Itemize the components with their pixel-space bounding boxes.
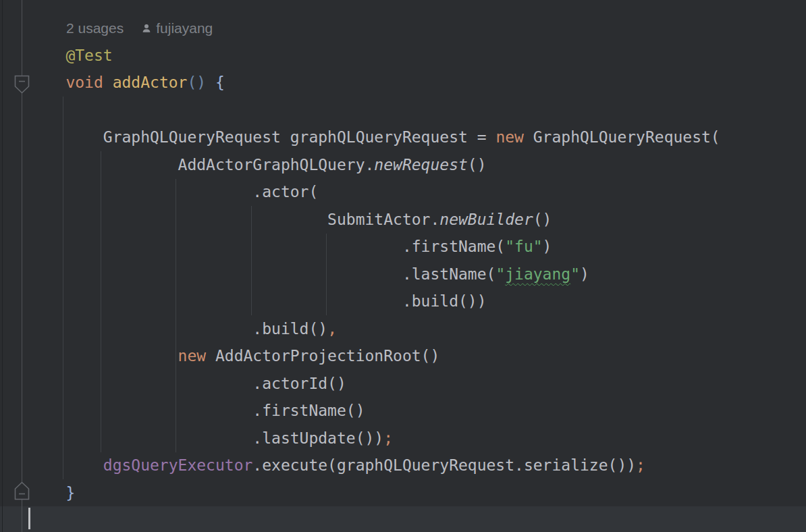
code-token: ) bbox=[580, 265, 589, 283]
code-token: new bbox=[178, 347, 207, 365]
code-token: () bbox=[187, 74, 206, 91]
code-lines: @Test void addActor() { GraphQLQueryRequ… bbox=[28, 14, 720, 532]
indent bbox=[28, 211, 327, 228]
code-token: ; bbox=[383, 429, 393, 447]
code-token: .firstName( bbox=[402, 238, 505, 255]
code-line-15[interactable]: .firstName() bbox=[28, 397, 720, 425]
indent bbox=[28, 156, 178, 174]
code-token: AddActorProjectionRoot() bbox=[206, 347, 439, 365]
code-token: SubmitActor. bbox=[327, 211, 439, 228]
code-token: GraphQLQueryRequest graphQLQueryRequest … bbox=[103, 128, 496, 146]
code-token: newBuilder bbox=[439, 211, 533, 228]
code-line-13[interactable]: new AddActorProjectionRoot() bbox=[28, 342, 720, 370]
code-line-8[interactable]: SubmitActor.newBuilder() bbox=[28, 206, 720, 234]
code-token: } bbox=[65, 484, 75, 502]
code-line-12[interactable]: .build(), bbox=[28, 315, 720, 343]
left-edge-separator bbox=[2, 0, 3, 532]
indent bbox=[28, 429, 252, 447]
indent bbox=[28, 183, 252, 201]
code-line-18[interactable]: } bbox=[28, 479, 720, 507]
indent bbox=[28, 292, 402, 310]
fold-start-marker[interactable] bbox=[14, 75, 30, 94]
code-token: dgsQueryExecutor bbox=[103, 456, 253, 474]
code-line-1[interactable] bbox=[28, 14, 720, 42]
code-token: .lastName( bbox=[402, 265, 495, 283]
code-token: .lastUpdate()) bbox=[252, 429, 383, 447]
indent bbox=[28, 265, 402, 283]
code-token: .execute(graphQLQueryRequest.serialize()… bbox=[252, 456, 636, 474]
code-line-4[interactable] bbox=[28, 97, 720, 124]
code-line-3[interactable]: void addActor() { bbox=[28, 69, 720, 97]
code-editor[interactable]: 2 usages fujiayang @Test void addActor()… bbox=[0, 0, 806, 532]
code-line-16[interactable]: .lastUpdate()); bbox=[28, 425, 720, 452]
code-line-2[interactable]: @Test bbox=[28, 42, 720, 70]
fold-end-marker[interactable] bbox=[14, 481, 30, 500]
code-token: ; bbox=[636, 456, 645, 474]
code-token: @Test bbox=[65, 47, 112, 64]
code-token: () bbox=[533, 211, 552, 228]
code-line-9[interactable]: .firstName("fu") bbox=[28, 233, 720, 261]
code-token: AddActorGraphQLQuery. bbox=[178, 156, 375, 174]
code-token: jiayang bbox=[505, 265, 570, 283]
code-token: .build()) bbox=[402, 292, 487, 310]
code-token: new bbox=[495, 128, 524, 146]
code-token: ) bbox=[543, 238, 552, 255]
code-token: , bbox=[327, 320, 337, 338]
code-token: () bbox=[468, 156, 487, 174]
indent bbox=[28, 320, 252, 338]
indent bbox=[28, 402, 252, 419]
code-token: " bbox=[495, 265, 505, 283]
code-token: .actorId() bbox=[252, 375, 346, 392]
fold-start-shape bbox=[16, 76, 29, 93]
indent bbox=[28, 456, 103, 474]
indent bbox=[28, 347, 178, 365]
code-line-7[interactable]: .actor( bbox=[28, 178, 720, 206]
indent bbox=[28, 74, 65, 91]
code-line-5[interactable]: GraphQLQueryRequest graphQLQueryRequest … bbox=[28, 124, 720, 151]
code-token: addActor bbox=[113, 74, 188, 91]
code-token: newRequest bbox=[374, 156, 467, 174]
code-line-17[interactable]: dgsQueryExecutor.execute(graphQLQueryReq… bbox=[28, 452, 720, 479]
code-token: .firstName() bbox=[252, 402, 365, 419]
indent bbox=[28, 484, 65, 502]
code-token: .build() bbox=[252, 320, 327, 338]
code-token bbox=[103, 74, 113, 91]
code-line-14[interactable]: .actorId() bbox=[28, 370, 720, 398]
code-token: .actor( bbox=[252, 183, 318, 201]
fold-end-shape bbox=[16, 483, 29, 500]
indent bbox=[28, 238, 402, 255]
indent bbox=[28, 19, 65, 36]
code-token: " bbox=[570, 265, 580, 283]
code-token: "fu" bbox=[505, 238, 542, 255]
indent bbox=[28, 128, 103, 146]
code-line-19[interactable] bbox=[28, 506, 720, 532]
code-token: GraphQLQueryRequest( bbox=[524, 128, 720, 146]
code-line-6[interactable]: AddActorGraphQLQuery.newRequest() bbox=[28, 151, 720, 179]
indent bbox=[28, 375, 252, 392]
text-caret bbox=[28, 508, 30, 529]
code-token bbox=[206, 74, 215, 91]
code-line-11[interactable]: .build()) bbox=[28, 288, 720, 315]
code-token: { bbox=[215, 74, 225, 91]
code-line-10[interactable]: .lastName("jiayang") bbox=[28, 261, 720, 288]
code-token: void bbox=[65, 74, 103, 91]
indent bbox=[28, 47, 65, 64]
